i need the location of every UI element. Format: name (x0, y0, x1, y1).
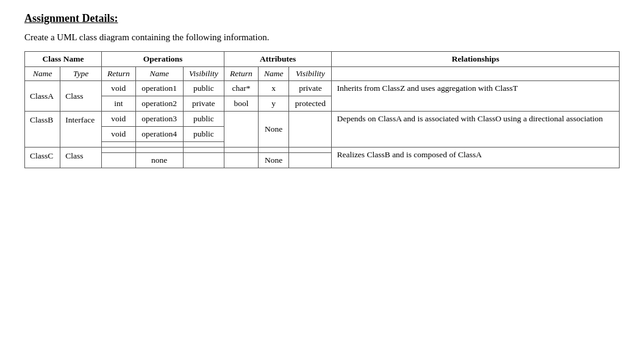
sub-op-return: Return (101, 67, 135, 81)
classb-op1-name: operation3 (135, 112, 183, 127)
classb-op1-vis: public (183, 112, 224, 127)
classa-name: ClassA (25, 81, 60, 112)
classb-op-empty-vis (183, 142, 224, 148)
sub-rel (332, 67, 620, 81)
classb-op1-return: void (101, 112, 135, 127)
classb-op2-name: operation4 (135, 127, 183, 142)
classb-op-empty-name (135, 142, 183, 148)
classc-op2-name: none (135, 153, 183, 168)
classa-relationship: Inherits from ClassZ and uses aggregatio… (332, 81, 620, 112)
classb-relationship: Depends on ClassA and is associated with… (332, 112, 620, 148)
classb-name: ClassB (25, 112, 60, 148)
classc-name: ClassC (25, 148, 60, 168)
classc-attr2-return (224, 153, 259, 168)
classc-type: Class (60, 148, 102, 168)
classc-attr-name (258, 148, 288, 153)
classa-attr1-return: char* (224, 81, 259, 96)
class-name-header: Class Name (25, 52, 102, 67)
classc-op-return (101, 148, 135, 153)
attributes-header: Attributes (224, 52, 332, 67)
classa-attr2-vis: protected (289, 96, 332, 112)
operations-header: Operations (101, 52, 224, 67)
sub-header-row: Name Type Return Name Visibility Return … (25, 67, 620, 81)
classa-op2-vis: private (183, 96, 224, 112)
classb-attr-name: None (258, 112, 288, 148)
classa-op2-return: int (101, 96, 135, 112)
classa-op1-vis: public (183, 81, 224, 96)
classc-attr-return (224, 148, 259, 153)
table-row: ClassA Class void operation1 public char… (25, 81, 620, 96)
sub-class-name: Name (25, 67, 60, 81)
table-row: ClassC Class Realizes ClassB and is comp… (25, 148, 620, 153)
uml-table: Class Name Operations Attributes Relatio… (24, 51, 620, 168)
classa-op2-name: operation2 (135, 96, 183, 112)
classa-op1-return: void (101, 81, 135, 96)
table-row: ClassB Interface void operation3 public … (25, 112, 620, 127)
page-title: Assignment Details: (24, 12, 620, 25)
classa-attr1-vis: private (289, 81, 332, 96)
classc-attr2-name: None (258, 153, 288, 168)
classc-relationship: Realizes ClassB and is composed of Class… (332, 148, 620, 168)
sub-attr-return: Return (224, 67, 259, 81)
classc-attr2-vis (289, 153, 332, 168)
intro-text: Create a UML class diagram containing th… (24, 32, 620, 43)
classc-op2-return (101, 153, 135, 168)
sub-op-visibility: Visibility (183, 67, 224, 81)
classc-op-vis (183, 148, 224, 153)
sub-attr-name: Name (258, 67, 288, 81)
classc-op-name (135, 148, 183, 153)
classa-op1-name: operation1 (135, 81, 183, 96)
sub-class-type: Type (60, 67, 102, 81)
classb-attr-vis (289, 112, 332, 148)
classb-op2-vis: public (183, 127, 224, 142)
sub-op-name: Name (135, 67, 183, 81)
sub-attr-visibility: Visibility (289, 67, 332, 81)
classb-attr-return (224, 112, 259, 148)
classc-attr-vis (289, 148, 332, 153)
classa-attr1-name: x (258, 81, 288, 96)
classb-type: Interface (60, 112, 102, 148)
classa-attr2-name: y (258, 96, 288, 112)
classb-op2-return: void (101, 127, 135, 142)
classc-op2-vis (183, 153, 224, 168)
classb-op-empty-return (101, 142, 135, 148)
classa-type: Class (60, 81, 102, 112)
classa-attr2-return: bool (224, 96, 259, 112)
section-header-row: Class Name Operations Attributes Relatio… (25, 52, 620, 67)
relationships-header: Relationships (332, 52, 620, 67)
